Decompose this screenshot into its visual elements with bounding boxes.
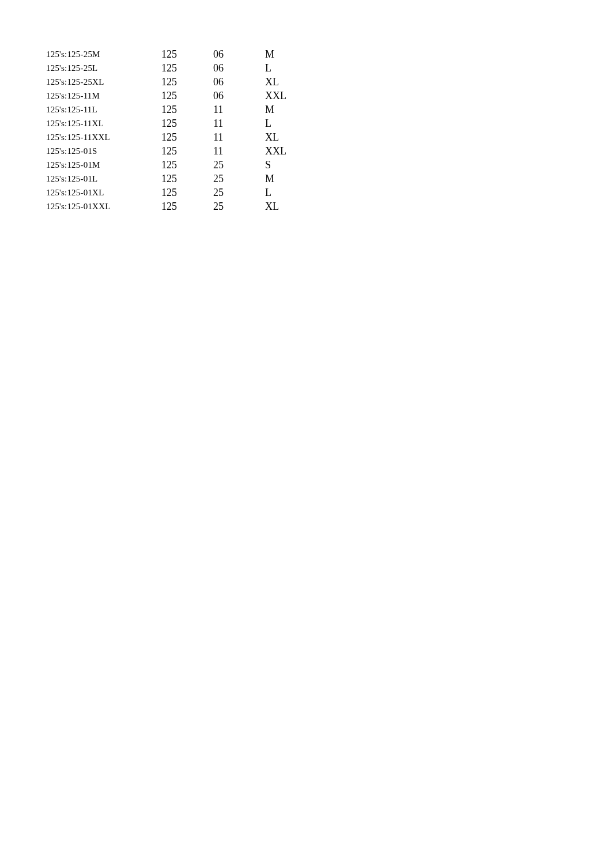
cell-col1: 125 bbox=[161, 89, 213, 103]
table-row: 125's:125-11L 125 11 M bbox=[46, 103, 311, 116]
page-content: 125's:125-25M 125 06 M 125's:125-25L 125… bbox=[0, 0, 612, 213]
cell-col3: XXL bbox=[265, 89, 311, 103]
cell-col2: 06 bbox=[213, 89, 265, 103]
cell-col3: M bbox=[265, 172, 311, 186]
table-row: 125's:125-01XL 125 25 L bbox=[46, 186, 311, 199]
cell-label: 125's:125-11M bbox=[46, 89, 161, 103]
cell-col3: M bbox=[265, 47, 311, 61]
cell-col2: 11 bbox=[213, 144, 265, 158]
cell-col3: L bbox=[265, 116, 311, 130]
cell-col3: L bbox=[265, 61, 311, 75]
cell-col3: L bbox=[265, 186, 311, 199]
table-row: 125's:125-25XL 125 06 XL bbox=[46, 75, 311, 89]
cell-label: 125's:125-11L bbox=[46, 103, 161, 116]
cell-col1: 125 bbox=[161, 158, 213, 172]
table-row: 125's:125-11M 125 06 XXL bbox=[46, 89, 311, 103]
cell-col1: 125 bbox=[161, 47, 213, 61]
cell-col2: 06 bbox=[213, 61, 265, 75]
table-row: 125's:125-01L 125 25 M bbox=[46, 172, 311, 186]
cell-col3: XL bbox=[265, 75, 311, 89]
cell-col1: 125 bbox=[161, 61, 213, 75]
cell-label: 125's:125-11XXL bbox=[46, 130, 161, 144]
cell-col3: M bbox=[265, 103, 311, 116]
table-row: 125's:125-01M 125 25 S bbox=[46, 158, 311, 172]
cell-label: 125's:125-25M bbox=[46, 47, 161, 61]
cell-label: 125's:125-11XL bbox=[46, 116, 161, 130]
data-table: 125's:125-25M 125 06 M 125's:125-25L 125… bbox=[46, 47, 311, 213]
cell-col2: 25 bbox=[213, 199, 265, 213]
cell-col3: XXL bbox=[265, 144, 311, 158]
table-row: 125's:125-01XXL 125 25 XL bbox=[46, 199, 311, 213]
cell-col1: 125 bbox=[161, 199, 213, 213]
cell-col1: 125 bbox=[161, 103, 213, 116]
cell-col2: 11 bbox=[213, 116, 265, 130]
cell-col1: 125 bbox=[161, 186, 213, 199]
table-row: 125's:125-25L 125 06 L bbox=[46, 61, 311, 75]
cell-label: 125's:125-01L bbox=[46, 172, 161, 186]
cell-col1: 125 bbox=[161, 75, 213, 89]
cell-col1: 125 bbox=[161, 116, 213, 130]
cell-col2: 11 bbox=[213, 103, 265, 116]
cell-label: 125's:125-01M bbox=[46, 158, 161, 172]
table-row: 125's:125-11XXL 125 11 XL bbox=[46, 130, 311, 144]
cell-col3: XL bbox=[265, 130, 311, 144]
table-row: 125's:125-25M 125 06 M bbox=[46, 47, 311, 61]
cell-col2: 25 bbox=[213, 186, 265, 199]
cell-label: 125's:125-25XL bbox=[46, 75, 161, 89]
cell-col1: 125 bbox=[161, 172, 213, 186]
cell-col2: 11 bbox=[213, 130, 265, 144]
table-body: 125's:125-25M 125 06 M 125's:125-25L 125… bbox=[46, 47, 311, 213]
cell-label: 125's:125-25L bbox=[46, 61, 161, 75]
cell-col1: 125 bbox=[161, 144, 213, 158]
cell-col1: 125 bbox=[161, 130, 213, 144]
cell-col2: 25 bbox=[213, 158, 265, 172]
cell-label: 125's:125-01XL bbox=[46, 186, 161, 199]
cell-label: 125's:125-01XXL bbox=[46, 199, 161, 213]
cell-col2: 06 bbox=[213, 75, 265, 89]
cell-col2: 06 bbox=[213, 47, 265, 61]
cell-label: 125's:125-01S bbox=[46, 144, 161, 158]
cell-col3: XL bbox=[265, 199, 311, 213]
cell-col2: 25 bbox=[213, 172, 265, 186]
cell-col3: S bbox=[265, 158, 311, 172]
table-row: 125's:125-01S 125 11 XXL bbox=[46, 144, 311, 158]
table-row: 125's:125-11XL 125 11 L bbox=[46, 116, 311, 130]
